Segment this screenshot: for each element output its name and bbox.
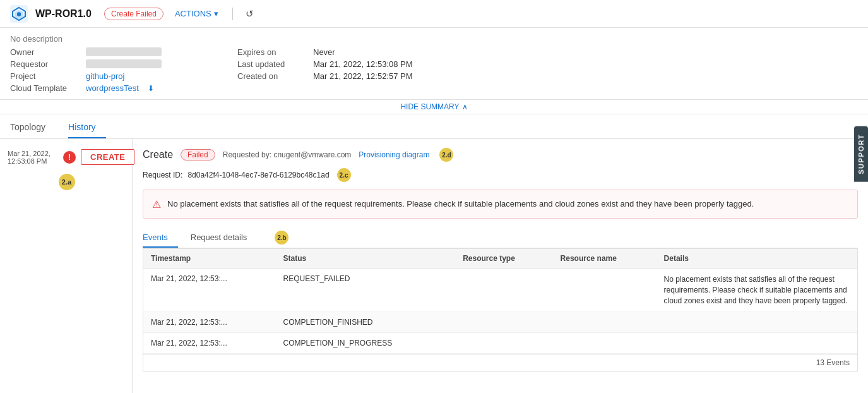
- expires-label: Expires on: [237, 47, 307, 57]
- cell-resource_name: [553, 312, 657, 333]
- top-bar: WP-ROR1.0 Create Failed ACTIONS ▾ ↺: [0, 0, 868, 28]
- created-value: Mar 21, 2022, 12:52:57 PM: [313, 71, 413, 81]
- cell-resource_type: [455, 269, 552, 312]
- status-badge: Create Failed: [104, 8, 163, 20]
- annotation-2c: 2.c: [337, 168, 351, 182]
- expires-value: Never: [313, 47, 335, 57]
- tabs-bar: Topology History: [0, 116, 868, 139]
- sub-tab-events[interactable]: Events: [143, 227, 178, 248]
- requestor-row: Requestor: [10, 59, 199, 69]
- summary-grid: Owner Requestor Project github-proj Clou…: [10, 47, 858, 95]
- tab-topology[interactable]: Topology: [10, 116, 56, 138]
- main-content: Mar 21, 2022, 12:53:08 PM ! CREATE 2.a C…: [0, 139, 868, 393]
- cloud-template-row: Cloud Template wordpressTest ⬇: [10, 83, 199, 93]
- sub-tabs: Events Request details 2.b: [143, 227, 858, 248]
- support-sidebar[interactable]: SUPPORT: [854, 139, 868, 182]
- cell-status: COMPLETION_IN_PROGRESS: [275, 333, 455, 354]
- cloud-template-link[interactable]: wordpressTest: [86, 83, 139, 93]
- col-resource-type: Resource type: [455, 249, 552, 269]
- timeline-panel: Mar 21, 2022, 12:53:08 PM ! CREATE 2.a: [0, 139, 133, 393]
- cloud-template-label: Cloud Template: [10, 83, 80, 93]
- cell-timestamp: Mar 21, 2022, 12:53:...: [143, 333, 275, 354]
- timeline-item: Mar 21, 2022, 12:53:08 PM ! CREATE: [8, 149, 124, 165]
- request-id-label: Request ID:: [143, 171, 182, 179]
- cell-details: No placement exists that satisfies all o…: [657, 269, 857, 312]
- cell-resource_type: [455, 312, 552, 333]
- col-timestamp: Timestamp: [143, 249, 275, 269]
- summary-right: Expires on Never Last updated Mar 21, 20…: [237, 47, 413, 95]
- events-count: 13 Events: [143, 354, 857, 371]
- cell-timestamp: Mar 21, 2022, 12:53:...: [143, 269, 275, 312]
- events-table-container[interactable]: Timestamp Status Resource type Resource …: [143, 248, 858, 372]
- last-updated-label: Last updated: [237, 59, 307, 69]
- project-link[interactable]: github-proj: [86, 71, 124, 81]
- project-row: Project github-proj: [10, 71, 199, 81]
- project-label: Project: [10, 71, 80, 81]
- cell-status: REQUEST_FAILED: [275, 269, 455, 312]
- summary-left: Owner Requestor Project github-proj Clou…: [10, 47, 199, 95]
- owner-value: [86, 47, 162, 56]
- table-row: Mar 21, 2022, 12:53:...REQUEST_FAILEDNo …: [143, 269, 857, 312]
- created-row: Created on Mar 21, 2022, 12:52:57 PM: [237, 71, 413, 81]
- owner-label: Owner: [10, 47, 80, 57]
- actions-button[interactable]: ACTIONS ▾: [171, 6, 222, 21]
- col-resource-name: Resource name: [553, 249, 657, 269]
- create-button[interactable]: CREATE: [81, 149, 134, 165]
- divider: [232, 8, 233, 20]
- table-row: Mar 21, 2022, 12:53:...COMPLETION_FINISH…: [143, 312, 857, 333]
- cell-resource_name: [553, 269, 657, 312]
- summary-section: No description Owner Requestor Project g…: [0, 28, 868, 100]
- request-id-value: 8d0a42f4-1048-4ec7-8e7d-6129bc48c1ad: [187, 171, 329, 179]
- app-title: WP-ROR1.0: [35, 8, 92, 20]
- events-table: Timestamp Status Resource type Resource …: [143, 249, 857, 354]
- error-alert-text: No placement exists that satisfies all o…: [167, 198, 754, 210]
- hide-summary-label: HIDE SUMMARY: [400, 102, 459, 111]
- annotation-2b: 2.b: [275, 231, 288, 245]
- col-details: Details: [657, 249, 857, 269]
- annotation-2a: 2.a: [59, 174, 75, 190]
- detail-panel: Create Failed Requested by: cnugent@vmwa…: [133, 139, 868, 393]
- sub-tab-request-details[interactable]: Request details: [191, 227, 258, 248]
- request-id-row: Request ID: 8d0a42f4-1048-4ec7-8e7d-6129…: [143, 168, 858, 182]
- download-icon[interactable]: ⬇: [148, 84, 154, 93]
- chevron-up-icon: ∧: [462, 102, 468, 111]
- cell-resource_name: [553, 333, 657, 354]
- last-updated-value: Mar 21, 2022, 12:53:08 PM: [313, 59, 413, 69]
- requestor-value: [86, 59, 162, 68]
- timeline-date: Mar 21, 2022,: [8, 150, 58, 157]
- requestor-label: Requestor: [10, 59, 80, 69]
- alert-icon: ⚠: [152, 198, 161, 210]
- requested-by: Requested by: cnugent@vmware.com: [223, 150, 352, 159]
- failed-badge: Failed: [181, 149, 215, 160]
- cell-status: COMPLETION_FINISHED: [275, 312, 455, 333]
- cell-details: [657, 312, 857, 333]
- provisioning-diagram-link[interactable]: Provisioning diagram: [359, 150, 429, 159]
- refresh-button[interactable]: ↺: [243, 6, 256, 22]
- cell-resource_type: [455, 333, 552, 354]
- create-header: Create Failed Requested by: cnugent@vmwa…: [143, 148, 858, 162]
- owner-row: Owner: [10, 47, 199, 57]
- create-title: Create: [143, 149, 173, 160]
- chevron-down-icon: ▾: [214, 9, 218, 18]
- last-updated-row: Last updated Mar 21, 2022, 12:53:08 PM: [237, 59, 413, 69]
- app-logo-icon: [10, 5, 28, 23]
- timeline-time: 12:53:08 PM: [8, 157, 58, 165]
- hide-summary-bar[interactable]: HIDE SUMMARY ∧: [0, 100, 868, 114]
- col-status: Status: [275, 249, 455, 269]
- error-indicator: !: [63, 151, 76, 164]
- tab-history[interactable]: History: [68, 116, 106, 138]
- annotation-2d: 2.d: [439, 148, 453, 162]
- cell-details: [657, 333, 857, 354]
- expires-row: Expires on Never: [237, 47, 413, 57]
- cell-timestamp: Mar 21, 2022, 12:53:...: [143, 312, 275, 333]
- created-label: Created on: [237, 71, 307, 81]
- table-row: Mar 21, 2022, 12:53:...COMPLETION_IN_PRO…: [143, 333, 857, 354]
- no-description: No description: [10, 34, 858, 44]
- error-alert: ⚠ No placement exists that satisfies all…: [143, 190, 858, 219]
